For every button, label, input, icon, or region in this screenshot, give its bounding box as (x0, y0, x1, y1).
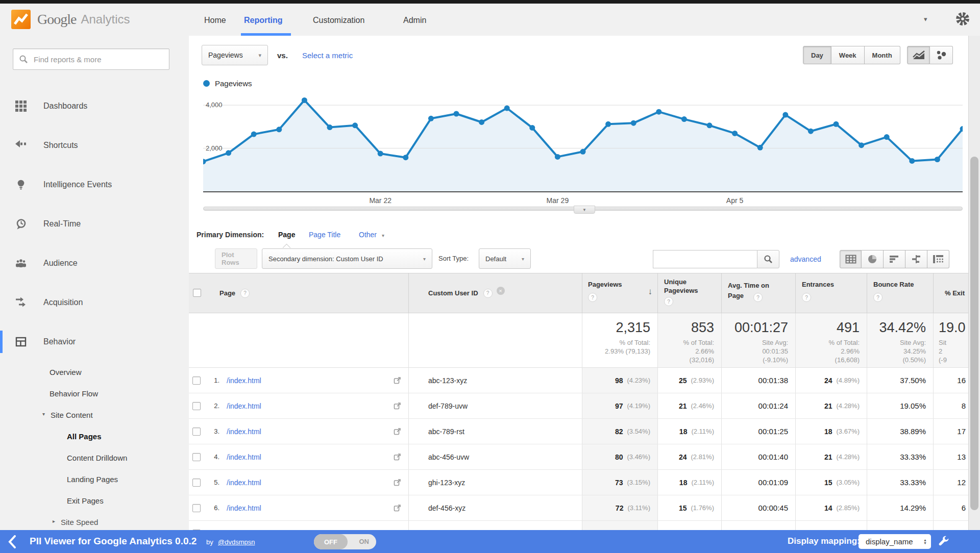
row-checkbox[interactable] (192, 453, 201, 461)
data-view-icon[interactable] (840, 250, 862, 268)
row-checkbox[interactable] (192, 504, 201, 512)
page-link[interactable]: /index.html (227, 376, 261, 385)
column-header-unique-pageviews[interactable]: Unique Pageviews (664, 278, 707, 295)
dimension-page-title[interactable]: Page Title (309, 231, 340, 239)
toggle-on-label[interactable]: ON (359, 538, 370, 545)
sidebar-item-all-pages[interactable]: All Pages (0, 425, 189, 447)
scrollbar-thumb[interactable] (970, 157, 978, 510)
nav-admin[interactable]: Admin (403, 16, 426, 25)
display-mapping-select[interactable]: display_name ▲▼ (859, 534, 931, 549)
help-icon[interactable]: ? (588, 293, 597, 302)
sidebar-item-dashboards[interactable]: Dashboards (0, 86, 189, 125)
page-link[interactable]: /index.html (227, 504, 261, 512)
external-link-icon[interactable] (394, 376, 401, 384)
table-search-button[interactable] (757, 250, 779, 268)
nav-home[interactable]: Home (204, 16, 226, 25)
legend-series-dot (203, 80, 210, 87)
table-row-partial (189, 521, 980, 530)
vertical-scrollbar[interactable] (968, 36, 980, 530)
external-link-icon[interactable] (394, 428, 401, 435)
sidebar-item-real-time[interactable]: Real-Time (0, 204, 189, 243)
nav-reporting[interactable]: Reporting (244, 16, 283, 25)
granularity-week-button[interactable]: Week (831, 46, 865, 64)
comparison-view-icon[interactable] (905, 250, 927, 268)
help-icon[interactable]: ? (240, 289, 250, 298)
column-header-percent-exit[interactable]: % Exit (945, 289, 965, 297)
advanced-search-link[interactable]: advanced (790, 255, 821, 263)
extension-author-link[interactable]: @dvdsmpsn (218, 538, 255, 546)
page-link[interactable]: /index.html (227, 453, 261, 461)
search-input[interactable] (33, 49, 165, 69)
dimension-other[interactable]: Other (359, 231, 377, 239)
sidebar-subitem-label: Content Drilldown (67, 454, 127, 462)
pii-toggle[interactable]: OFF ON (314, 534, 376, 549)
metric-selector-dropdown[interactable]: Pageviews ▾ (202, 45, 268, 65)
remove-secondary-dimension-icon[interactable]: × (497, 287, 505, 295)
sidebar-item-audience[interactable]: Audience (0, 243, 189, 283)
account-menu-caret-icon[interactable]: ▾ (924, 15, 927, 23)
help-icon[interactable]: ? (873, 293, 883, 302)
help-icon[interactable]: ? (483, 289, 493, 298)
help-icon[interactable]: ? (664, 297, 673, 306)
help-icon[interactable]: ? (802, 293, 811, 302)
page-link[interactable]: /index.html (227, 402, 261, 410)
column-header-page[interactable]: Page (219, 289, 235, 297)
page-link[interactable]: /index.html (227, 479, 261, 487)
table-search-input[interactable] (653, 250, 757, 268)
unique-pageviews-percent: (2.46%) (691, 402, 714, 410)
column-header-bounce-rate[interactable]: Bounce Rate (873, 281, 914, 288)
page-link[interactable]: /index.html (227, 428, 261, 436)
select-all-checkbox[interactable] (193, 289, 201, 297)
sort-descending-icon[interactable]: ↓ (648, 287, 653, 297)
sidebar-item-shortcuts[interactable]: Shortcuts (0, 125, 189, 165)
external-link-icon[interactable] (394, 504, 401, 512)
sidebar-item-content-drilldown[interactable]: Content Drilldown (0, 447, 189, 468)
sidebar-item-site-speed[interactable]: ▸ Site Speed (0, 511, 189, 530)
sidebar-item-intelligence-events[interactable]: Intelligence Events (0, 165, 189, 204)
sort-type-dropdown[interactable]: Default ▾ (479, 248, 531, 269)
motion-chart-icon[interactable] (930, 46, 953, 64)
external-link-icon[interactable] (394, 402, 401, 410)
column-header-pageviews[interactable]: Pageviews (588, 281, 622, 288)
pivot-view-icon[interactable] (927, 250, 949, 268)
percent-exit-value: 12 (957, 478, 966, 487)
nav-customization[interactable]: Customization (313, 16, 364, 25)
toggle-off-label[interactable]: OFF (314, 534, 348, 549)
pageviews-line-chart[interactable]: 2,0004,000Mar 22Mar 29Apr 5 (203, 94, 963, 192)
table-header-row: Page ? Custom User ID ? × Pageviews ? ↓ … (189, 273, 980, 313)
row-checkbox[interactable] (192, 428, 201, 436)
performance-bars-view-icon[interactable] (884, 250, 905, 268)
granularity-toggle: Day Week Month (803, 46, 900, 64)
row-checkbox[interactable] (192, 479, 201, 487)
row-checkbox[interactable] (192, 376, 201, 385)
help-icon[interactable]: ? (753, 293, 763, 302)
line-chart-icon[interactable] (907, 46, 930, 64)
chart-expander-tab[interactable]: ▼ (574, 206, 595, 214)
select-a-metric-link[interactable]: Select a metric (302, 51, 353, 60)
sidebar-item-behavior[interactable]: Behavior (0, 322, 189, 361)
plot-rows-button[interactable]: Plot Rows (215, 248, 257, 269)
google-analytics-logo[interactable]: Google Analytics (11, 10, 130, 29)
external-link-icon[interactable] (394, 453, 401, 461)
dimension-page[interactable]: Page (278, 231, 295, 239)
shortcuts-icon (15, 140, 28, 151)
column-header-entrances[interactable]: Entrances (802, 281, 834, 288)
sidebar-item-acquisition[interactable]: Acquisition (0, 283, 189, 322)
avg-time-value: 00:01:25 (758, 427, 788, 436)
sidebar-item-overview[interactable]: Overview (0, 361, 189, 383)
sidebar-item-behavior-flow[interactable]: Behavior Flow (0, 383, 189, 404)
back-chevron-icon[interactable] (8, 535, 16, 550)
sidebar-item-site-content[interactable]: ▾ Site Content (0, 404, 189, 425)
secondary-dimension-dropdown[interactable]: Secondary dimension: Custom User ID ▾ (262, 248, 432, 269)
wrench-icon[interactable] (938, 536, 949, 549)
granularity-day-button[interactable]: Day (803, 46, 831, 64)
gear-icon[interactable] (955, 12, 970, 28)
percentage-pie-view-icon[interactable] (862, 250, 884, 268)
sidebar-item-landing-pages[interactable]: Landing Pages (0, 468, 189, 490)
column-header-custom-user-id[interactable]: Custom User ID (428, 289, 478, 297)
row-checkbox[interactable] (192, 402, 201, 410)
external-link-icon[interactable] (394, 479, 401, 486)
row-index: 1. (204, 376, 219, 384)
granularity-month-button[interactable]: Month (865, 46, 900, 64)
sidebar-item-exit-pages[interactable]: Exit Pages (0, 490, 189, 511)
